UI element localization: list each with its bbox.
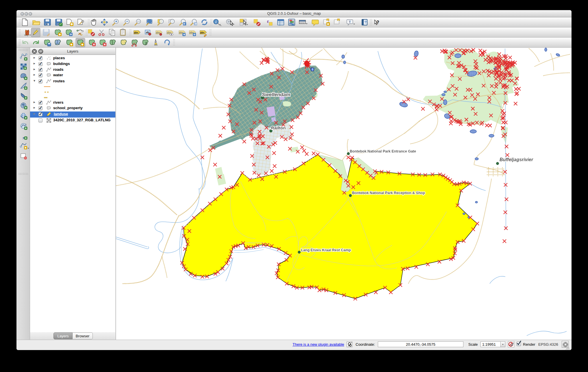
- svg-text:?: ?: [364, 20, 367, 24]
- svg-text:T: T: [349, 20, 351, 24]
- svg-text:✱: ✱: [59, 33, 61, 36]
- svg-text:✱: ✱: [70, 43, 73, 46]
- svg-text:✱: ✱: [81, 43, 84, 46]
- svg-text:✱: ✱: [327, 23, 329, 26]
- svg-text:abc: abc: [156, 31, 160, 34]
- svg-text:Swellendam: Swellendam: [262, 92, 290, 97]
- svg-text:?: ?: [376, 20, 379, 25]
- svg-text:1:1: 1:1: [137, 21, 140, 23]
- svg-text:✱: ✱: [25, 146, 27, 149]
- svg-text:ε: ε: [267, 18, 269, 24]
- svg-text:✱: ✱: [70, 22, 73, 26]
- svg-text:abc: abc: [200, 31, 205, 34]
- svg-text:,: ,: [23, 132, 24, 140]
- svg-text:Buffeljagsrivier: Buffeljagsrivier: [500, 157, 533, 162]
- svg-text:abc: abc: [134, 31, 138, 34]
- svg-text:Bontebok National Park Recepti: Bontebok National Park Reception & Shop: [352, 191, 425, 195]
- svg-text:Lang Elsies Kraal Rest Camp: Lang Elsies Kraal Rest Camp: [301, 248, 351, 252]
- svg-text:Railton: Railton: [271, 125, 286, 130]
- svg-text:Bontebok National Park Entranc: Bontebok National Park Entrance Gate: [350, 149, 416, 153]
